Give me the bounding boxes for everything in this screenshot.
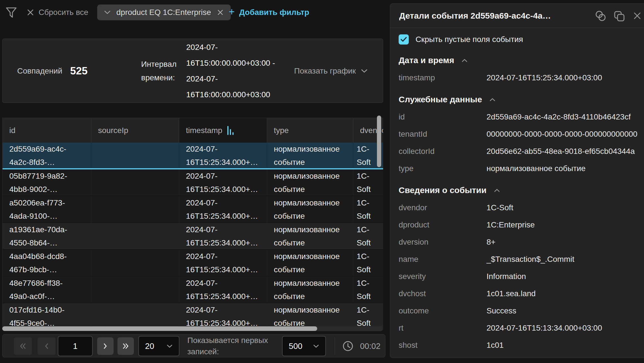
field-key: id <box>399 112 487 121</box>
hide-empty-fields-row[interactable]: Скрыть пустые поля события <box>399 32 640 47</box>
show-chart-button[interactable]: Показать график <box>294 39 368 103</box>
limit-label: Показывается первых записей: <box>187 335 275 358</box>
section-heading-service-data[interactable]: Служебные данные <box>399 91 640 108</box>
page-size-select[interactable]: 20 <box>138 336 179 356</box>
field-row: dvchost 1c01.sea.land <box>399 285 640 302</box>
cell-id: 4aa04b68-dcd8-467b-9bcb-… <box>3 250 91 276</box>
column-header-type[interactable]: type <box>267 118 353 143</box>
column-header-sourceip[interactable]: sourceIp <box>91 118 179 143</box>
cell-sourceip <box>91 276 179 303</box>
limit-value: 500 <box>289 342 302 351</box>
table-row[interactable]: 4aa04b68-dcd8-467b-9bcb-… 2024-07-16T15:… <box>3 250 383 276</box>
chevron-down-icon <box>313 344 319 348</box>
section-heading-date-time[interactable]: Дата и время <box>399 52 640 69</box>
table-row[interactable]: 05b87719-9a82-4bb8-9002-… 2024-07-16T15:… <box>3 169 383 196</box>
add-filter-button[interactable]: + Добавить фильтр <box>229 0 309 25</box>
copy-icon[interactable] <box>613 10 625 23</box>
table-row[interactable]: a50206ea-f773-4ada-9100-… 2024-07-16T15:… <box>3 196 383 223</box>
pagination-bar: 1 20 Показывается первых записей: 500 00… <box>2 334 385 357</box>
remove-filter-icon[interactable] <box>217 9 224 16</box>
interval-value: 2024-07-16T15:00:00.000+03:00 - 2024-07-… <box>186 39 282 103</box>
field-row: id 2d559a69-ac4c-4a2c-8fd3-4110b46423cf <box>399 108 640 125</box>
elapsed-time: 00:02 <box>342 335 381 358</box>
matches-count: 525 <box>70 65 88 77</box>
page-number-input[interactable]: 1 <box>58 336 93 356</box>
event-type: нормализованное событие <box>274 303 349 329</box>
column-label: timestamp <box>186 126 222 135</box>
last-page-button[interactable] <box>117 337 134 355</box>
cell-sourceip <box>91 223 179 249</box>
filter-funnel-icon[interactable] <box>5 6 18 20</box>
field-row: outcome Success <box>399 302 640 319</box>
plus-icon: + <box>229 7 235 17</box>
field-row: collectorId 20d56e62-ab55-48ea-9018-ef65… <box>399 143 640 160</box>
hide-empty-checkbox[interactable] <box>399 34 409 45</box>
chevron-down-icon[interactable] <box>104 10 111 14</box>
table-row[interactable]: a19361ae-70da-4550-8b64-… 2024-07-16T15:… <box>3 223 383 250</box>
section-title: Дата и время <box>399 56 454 65</box>
cell-dvendor: 1C-Soft <box>353 196 383 222</box>
event-timestamp: 2024-07-16T15:25:34.000+… <box>186 143 260 168</box>
event-type: нормализованное событие <box>274 223 349 249</box>
field-key: name <box>399 255 487 264</box>
cell-sourceip <box>91 303 179 329</box>
section-heading-event-info[interactable]: Сведения о событии <box>399 182 640 199</box>
close-icon <box>27 9 34 16</box>
cell-id: 2d559a69-ac4c-4a2c-8fd3-… <box>3 143 91 168</box>
limit-select[interactable]: 500 <box>282 336 326 356</box>
field-key: timestamp <box>399 73 487 82</box>
vertical-scrollbar-thumb[interactable] <box>377 116 381 167</box>
sort-descending-icon[interactable] <box>227 126 234 135</box>
table-row[interactable]: 48e77686-ff38-49a0-ac0f-… 2024-07-16T15:… <box>3 276 383 303</box>
field-value: 1c01.sea.land <box>487 289 536 298</box>
column-header-id[interactable]: id <box>3 118 91 143</box>
show-chart-label: Показать график <box>294 67 356 76</box>
next-page-button[interactable] <box>97 337 114 355</box>
event-type: нормализованное событие <box>274 169 349 196</box>
cell-sourceip <box>91 143 179 168</box>
cell-dvendor: 1C-Soft <box>353 276 383 303</box>
event-id: a50206ea-f773-4ada-9100-… <box>9 196 74 222</box>
cell-type: нормализованное событие <box>267 303 353 329</box>
filter-chip[interactable]: dproduct EQ 1C:Enterprise <box>97 5 231 20</box>
horizontal-scrollbar-thumb[interactable] <box>2 326 317 331</box>
field-key: severity <box>399 272 487 281</box>
column-header-timestamp[interactable]: timestamp <box>179 118 267 143</box>
event-timestamp: 2024-07-16T15:25:34.000+… <box>186 276 260 303</box>
cell-id: 05b87719-9a82-4bb8-9002-… <box>3 169 91 196</box>
events-table: id sourceIp timestamp type dvendor 2d559… <box>2 118 383 330</box>
field-key: tenantId <box>399 130 487 139</box>
correlation-rings-icon[interactable] <box>594 10 607 23</box>
cell-type: нормализованное событие <box>267 276 353 303</box>
column-label: sourceIp <box>98 126 128 135</box>
clear-all-filters-button[interactable]: Сбросить все <box>27 0 88 25</box>
details-title: Детали события 2d559a69-ac4c-4a… <box>399 11 551 21</box>
event-type: нормализованное событие <box>274 276 349 303</box>
chevron-up-icon[interactable] <box>461 59 468 62</box>
cell-timestamp: 2024-07-16T15:25:34.000+… <box>179 196 267 222</box>
matches-label: Совпадений <box>17 67 62 76</box>
event-timestamp: 2024-07-16T15:25:34.000+… <box>186 196 260 222</box>
event-dvendor: 1C-Soft <box>357 276 383 303</box>
cell-timestamp: 2024-07-16T15:25:34.000+… <box>179 276 267 303</box>
field-value: нормализованное событие <box>487 164 586 173</box>
matches-counter: Совпадений 525 <box>17 39 88 103</box>
chevron-up-icon[interactable] <box>494 189 500 192</box>
prev-page-button[interactable] <box>37 337 55 355</box>
field-row: shost 1c01 <box>399 337 640 354</box>
close-icon[interactable] <box>633 12 641 21</box>
table-row[interactable]: 2d559a69-ac4c-4a2c-8fd3-… 2024-07-16T15:… <box>3 143 383 169</box>
event-id: a19361ae-70da-4550-8b64-… <box>9 223 74 249</box>
first-page-button[interactable] <box>14 337 32 355</box>
chevron-up-icon[interactable] <box>489 98 496 101</box>
cell-timestamp: 2024-07-16T15:25:34.000+… <box>179 169 267 196</box>
event-id: 05b87719-9a82-4bb8-9002-… <box>9 169 74 196</box>
cell-dvendor: 1C-Soft <box>353 169 383 196</box>
chevron-down-icon <box>361 69 368 73</box>
cell-timestamp: 2024-07-16T15:25:34.000+… <box>179 143 267 168</box>
event-dvendor: 1C-Soft <box>357 169 383 196</box>
interval-value-text: 2024-07-16T15:00:00.000+03:00 - 2024-07-… <box>186 39 282 103</box>
cell-timestamp: 2024-07-16T15:25:34.000+… <box>179 303 267 329</box>
event-id: 2d559a69-ac4c-4a2c-8fd3-… <box>9 143 74 168</box>
column-label: id <box>9 126 15 135</box>
